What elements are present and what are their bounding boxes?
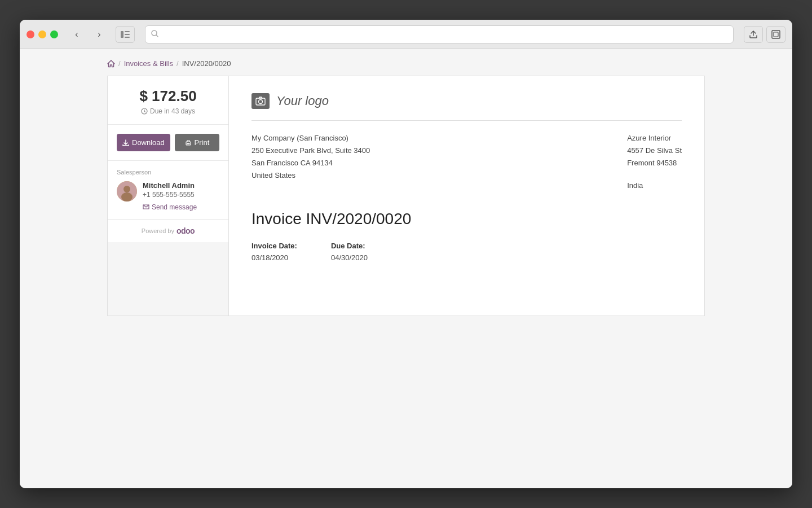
back-button[interactable]: ‹ [68,26,85,43]
svg-point-15 [259,100,263,104]
forward-button[interactable]: › [91,26,108,43]
fullscreen-button[interactable] [766,26,785,43]
from-country: United States [251,169,370,182]
svg-rect-0 [121,31,123,38]
to-address2: Fremont 94538 [627,157,682,169]
amount-section: $ 172.50 Due in 43 days [108,76,228,125]
breadcrumb-sep-1: / [118,59,121,68]
to-address1: 4557 De Silva St [627,144,682,157]
search-icon [151,30,158,39]
due-date-label: Due Date: [331,242,368,250]
logo-placeholder-text: Your logo [276,94,329,108]
svg-rect-3 [125,37,130,38]
from-address2: San Francisco CA 94134 [251,157,370,169]
powered-by: Powered by odoo [108,220,228,242]
from-company: My Company (San Francisco) [251,132,370,144]
breadcrumb-home[interactable] [107,60,115,68]
invoice-title: Invoice INV/2020/0020 [251,210,682,228]
sidebar-toggle-button[interactable] [116,26,135,43]
maximize-button[interactable] [50,30,58,38]
salesperson-label: Salesperson [117,169,219,176]
invoice-date-field: Invoice Date: 03/18/2020 [251,242,297,262]
invoice-dates: Invoice Date: 03/18/2020 Due Date: 04/30… [251,242,682,262]
addresses-row: My Company (San Francisco) 250 Executive… [251,132,682,199]
invoice-amount: $ 172.50 [117,87,219,105]
action-buttons: Download Print [108,125,228,161]
due-date-value: 04/30/2020 [331,253,368,262]
download-label: Download [132,138,165,147]
due-date-text: Due in 43 days [117,107,219,115]
salesperson-phone: +1 555-555-5555 [143,191,219,199]
svg-point-13 [121,192,133,202]
svg-rect-1 [125,31,130,32]
svg-rect-10 [187,143,189,144]
close-button[interactable] [27,30,34,38]
print-label: Print [195,138,210,147]
minimize-button[interactable] [38,30,46,38]
breadcrumb-invoices[interactable]: Invoices & Bills [124,59,173,68]
address-bar[interactable] [145,25,734,43]
to-company: Azure Interior [627,132,682,144]
send-message-link[interactable]: Send message [143,203,219,211]
svg-line-5 [156,35,158,37]
to-address: Azure Interior 4557 De Silva St Fremont … [627,132,682,199]
salesperson-name: Mitchell Admin [143,181,219,190]
svg-rect-7 [774,32,778,37]
download-button[interactable]: Download [117,134,170,151]
invoice-logo-area: Your logo [251,93,682,121]
logo-camera-icon [251,93,270,109]
send-message-label: Send message [152,203,197,211]
traffic-lights [27,30,58,38]
due-date-field: Due Date: 04/30/2020 [331,242,368,262]
from-address1: 250 Executive Park Blvd, Suite 3400 [251,144,370,157]
left-panel-bottom [108,242,228,316]
to-country: India [627,179,682,192]
svg-rect-14 [256,98,265,105]
breadcrumb-current: INV/2020/0020 [182,59,231,68]
odoo-logo: odoo [176,226,195,235]
from-address: My Company (San Francisco) 250 Executive… [251,132,370,182]
invoice-date-value: 03/18/2020 [251,253,288,262]
avatar [117,181,137,202]
share-button[interactable] [744,26,763,43]
breadcrumb: / Invoices & Bills / INV/2020/0020 [20,49,792,76]
svg-point-12 [123,186,130,192]
salesperson-section: Salesperson Mitchell Admin [108,161,228,220]
svg-rect-2 [125,34,130,35]
breadcrumb-sep-2: / [176,59,179,68]
invoice-panel: Your logo My Company (San Francisco) 250… [228,76,705,316]
svg-rect-6 [772,30,780,38]
invoice-date-label: Invoice Date: [251,242,297,250]
print-button[interactable]: Print [175,134,219,151]
